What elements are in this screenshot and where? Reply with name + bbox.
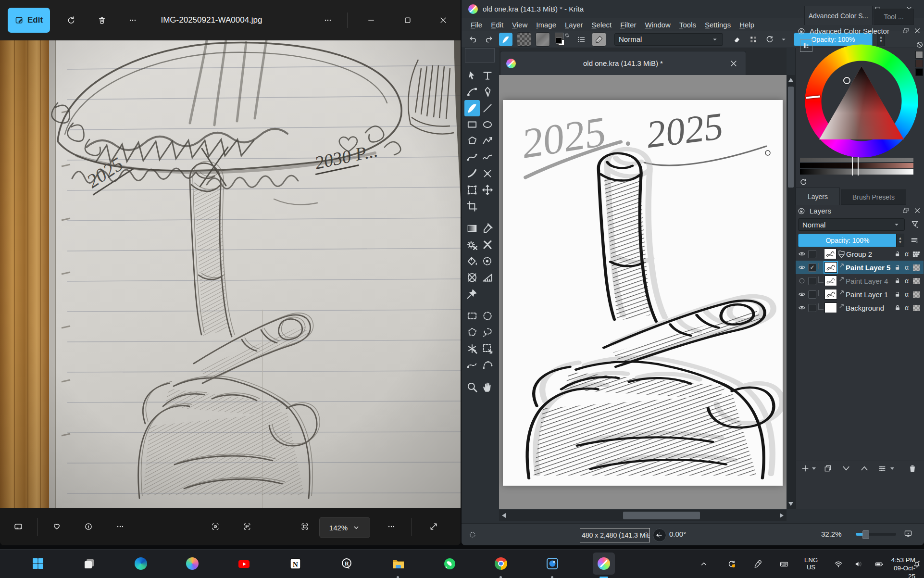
enclose-fill-tool[interactable]	[480, 253, 495, 269]
alpha-icon[interactable]: α	[902, 264, 911, 271]
alpha-icon[interactable]: α	[902, 304, 911, 312]
similar-color-select-tool[interactable]	[464, 340, 480, 357]
unlock-icon[interactable]	[893, 291, 902, 298]
scroll-right-arrow[interactable]	[778, 510, 786, 521]
freehand-brush-tool[interactable]	[464, 100, 480, 116]
color-refresh-icon[interactable]	[799, 178, 808, 187]
more-options-button[interactable]	[123, 11, 142, 30]
taskbar-krita-icon[interactable]	[593, 553, 615, 575]
layers-float-icon[interactable]	[901, 206, 911, 215]
favorite-button[interactable]	[46, 516, 67, 537]
layers-docker-lock-icon[interactable]	[797, 207, 806, 215]
pattern-chooser-button[interactable]	[536, 32, 550, 47]
menu-view[interactable]: View	[508, 21, 532, 29]
tab-advanced-color-selector[interactable]: Advanced Color S...	[804, 6, 873, 25]
vertical-scroll-thumb[interactable]	[788, 87, 794, 188]
layer-styles-icon[interactable]	[911, 251, 922, 257]
properties-chevron[interactable]	[889, 465, 895, 472]
layer-visibility-icon[interactable]	[796, 304, 808, 312]
layer-properties-button[interactable]	[876, 463, 888, 474]
taskbar-edge-icon[interactable]	[130, 553, 152, 575]
polyline-tool[interactable]	[480, 133, 495, 149]
taskbar-photos-icon[interactable]	[541, 553, 563, 575]
add-layer-chevron[interactable]	[811, 465, 817, 472]
layer-thumbnail[interactable]	[824, 249, 837, 259]
history-swatch-brown[interactable]	[915, 60, 923, 67]
maximize-button[interactable]	[396, 11, 419, 30]
close-button[interactable]	[432, 11, 455, 30]
zoom-tool[interactable]	[464, 379, 480, 395]
taskbar-file-explorer-icon[interactable]	[387, 553, 409, 575]
canvas-viewport[interactable]: 2025 2025	[499, 75, 787, 509]
menu-select[interactable]: Select	[587, 21, 616, 29]
inherit-alpha-icon[interactable]	[911, 278, 922, 284]
rectangle-tool[interactable]	[464, 116, 480, 133]
inherit-alpha-icon[interactable]	[911, 264, 922, 271]
layer-visibility-icon[interactable]	[796, 250, 808, 258]
taskbar-start-icon[interactable]	[27, 553, 49, 575]
layer-thumbnail[interactable]	[824, 302, 837, 313]
image-size-field[interactable]: 480 x 2,480 (141.3 MiB	[580, 528, 650, 542]
canvas-rotation-widget[interactable]	[653, 528, 666, 542]
color-cursor[interactable]	[843, 77, 850, 84]
taskbar-notion-icon[interactable]: N	[284, 553, 306, 575]
select-shapes-tool[interactable]	[464, 67, 480, 84]
move-layer-up-button[interactable]	[859, 463, 870, 474]
swap-colors-icon[interactable]	[564, 32, 570, 38]
polygon-select-tool[interactable]	[464, 324, 480, 340]
alpha-icon[interactable]: α	[902, 277, 911, 285]
menu-tools[interactable]: Tools	[675, 21, 700, 29]
gradient-tool[interactable]	[464, 220, 480, 237]
contiguous-select-tool[interactable]	[480, 340, 495, 357]
menu-layer[interactable]: Layer	[561, 21, 587, 29]
visual-search-button[interactable]	[205, 516, 226, 537]
more-button[interactable]	[110, 516, 131, 537]
layer-checkbox[interactable]	[808, 290, 816, 299]
preserve-alpha-button[interactable]	[747, 33, 760, 46]
menu-edit[interactable]: Edit	[487, 21, 508, 29]
layers-close-icon[interactable]	[912, 206, 922, 215]
unlock-icon[interactable]	[893, 264, 902, 271]
layer-visibility-icon[interactable]	[796, 277, 808, 285]
menu-file[interactable]: File	[466, 21, 487, 29]
layer-checkbox[interactable]: ✓	[808, 264, 816, 272]
inherit-alpha-icon[interactable]	[911, 305, 922, 311]
ellipse-select-tool[interactable]	[480, 308, 495, 324]
brush-preset-chooser[interactable]	[592, 32, 606, 47]
layer-row-background[interactable]: Backgroundα	[796, 301, 924, 314]
toolbox-drag-handle[interactable]	[465, 48, 495, 63]
eraser-mode-button[interactable]	[730, 33, 743, 46]
reload-preset-button[interactable]	[764, 33, 775, 46]
layer-checkbox[interactable]	[808, 304, 816, 312]
selection-mode-icon[interactable]	[468, 530, 477, 539]
tray-pen-icon[interactable]	[749, 555, 766, 573]
fit-zoom-monitor-icon[interactable]	[902, 528, 914, 540]
text-tool[interactable]	[480, 67, 495, 84]
edit-shapes-tool[interactable]	[464, 84, 480, 100]
minimize-button[interactable]	[360, 11, 383, 30]
document-tab-close-icon[interactable]	[726, 56, 741, 71]
taskbar-r-app-icon[interactable]: R	[336, 553, 358, 575]
taskbar-chrome-icon[interactable]	[490, 553, 512, 575]
pan-tool[interactable]	[480, 379, 495, 395]
fullscreen-button[interactable]	[423, 516, 444, 537]
zoom-level-dropdown[interactable]: 142%	[319, 517, 370, 538]
saturation-strip[interactable]	[800, 163, 913, 168]
transform-tool[interactable]	[464, 182, 480, 198]
layer-row-group-2[interactable]: Group 2α	[796, 247, 924, 261]
document-tab[interactable]: old one.kra (141.3 MiB) *	[500, 51, 746, 75]
inherit-alpha-icon[interactable]	[911, 291, 922, 298]
menu-window[interactable]: Window	[641, 21, 675, 29]
wifi-icon[interactable]	[830, 555, 847, 573]
layer-blending-dropdown[interactable]: Normal	[798, 218, 905, 231]
duplicate-layer-button[interactable]	[822, 463, 834, 474]
info-button[interactable]	[78, 516, 99, 537]
lock-icon[interactable]	[893, 304, 902, 311]
workspace-chevron-icon[interactable]	[780, 33, 787, 46]
tray-language-indicator[interactable]: ENG US	[800, 556, 822, 571]
zoom-slider-track[interactable]	[856, 533, 896, 536]
lightness-strip[interactable]	[800, 158, 913, 162]
layer-visibility-icon[interactable]	[796, 264, 808, 271]
layer-options-icon[interactable]	[908, 234, 921, 246]
crop-tool[interactable]	[464, 198, 480, 214]
